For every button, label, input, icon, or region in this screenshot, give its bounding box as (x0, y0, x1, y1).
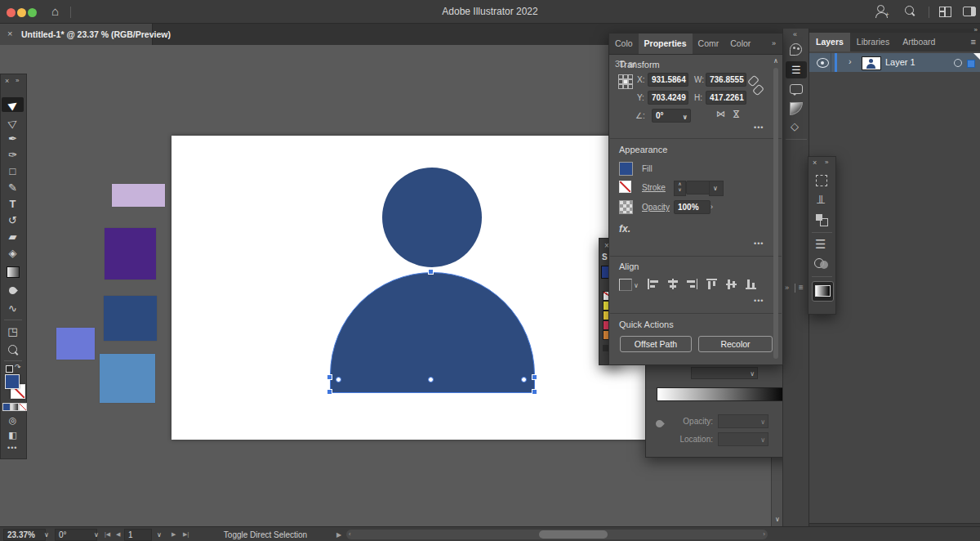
anchor-handle[interactable] (327, 374, 332, 380)
appearance-more-options[interactable]: ••• (754, 239, 764, 248)
fill-swatch[interactable] (619, 162, 633, 176)
panel-scrollbar-thumb[interactable] (773, 68, 778, 359)
comments-panel-icon[interactable] (790, 84, 803, 94)
w-input[interactable]: 736.8555 (706, 73, 746, 87)
align-bottom-icon[interactable] (746, 279, 758, 289)
align-left-icon[interactable] (648, 279, 660, 289)
gradient-eyedropper-icon[interactable] (654, 418, 665, 429)
zoom-tool[interactable] (2, 342, 24, 357)
x-input[interactable]: 931.5864 (648, 73, 688, 87)
close-panel-icon[interactable]: × (5, 77, 9, 85)
anchor-point[interactable] (428, 377, 434, 382)
shape-builder-tool[interactable]: ◈ (2, 246, 24, 261)
3d-materials-panel-icon[interactable]: ◇ (791, 120, 799, 132)
collapse-dock-icon[interactable]: « (793, 30, 797, 38)
stroke-label[interactable]: Stroke (642, 183, 666, 192)
tab-libraries[interactable]: Libraries (850, 33, 896, 51)
expand-dock-icon[interactable]: » (825, 159, 828, 166)
offset-path-button[interactable]: Offset Path (620, 336, 692, 352)
layer-row[interactable]: › Layer 1 (809, 53, 980, 72)
transform-more-options[interactable]: ••• (754, 123, 764, 132)
y-input[interactable]: 703.4249 (648, 91, 688, 105)
canvas-swatch-periwinkle[interactable] (56, 328, 95, 360)
layer-target-icon[interactable] (954, 59, 962, 67)
workspace-switcher-icon[interactable] (939, 7, 951, 17)
scroll-right-icon[interactable]: › (763, 530, 765, 538)
dock-menu-icon[interactable]: ≡ (799, 283, 804, 292)
rotation-select[interactable]: 0° (55, 529, 97, 541)
share-user-icon[interactable] (877, 5, 884, 12)
stroke-weight-input[interactable] (686, 181, 710, 194)
anchor-point[interactable] (521, 377, 527, 382)
artboard-number-input[interactable]: 1 (124, 529, 152, 541)
zoom-chevron-icon[interactable]: ∨ (44, 531, 49, 539)
status-expander-icon[interactable]: ▶ (336, 531, 341, 539)
rotation-chevron-icon[interactable]: ∨ (94, 531, 99, 539)
expand-panel-icon[interactable]: » (16, 77, 19, 84)
type-tool[interactable]: T (2, 197, 24, 212)
gradient-slider[interactable] (657, 387, 787, 401)
prev-artboard-icon[interactable]: ◀ (116, 531, 120, 538)
fill-color-swatch[interactable] (5, 374, 20, 389)
horizontal-scrollbar[interactable]: ‹ › (346, 530, 768, 539)
gradient-type-select[interactable]: ∨ (691, 367, 758, 379)
draw-mode-button[interactable]: ◎ (2, 413, 24, 427)
tab-layers[interactable]: Layers (809, 33, 850, 51)
gradient-location-select[interactable]: ∨ (718, 432, 768, 446)
canvas-swatch-purple[interactable] (105, 228, 156, 279)
recolor-button[interactable]: Recolor (698, 336, 773, 352)
transform-panel-icon[interactable] (816, 175, 827, 186)
scroll-left-icon[interactable]: ‹ (349, 530, 351, 538)
properties-panel-icon-active[interactable]: ☰ (786, 61, 807, 78)
anchor-handle[interactable] (327, 389, 332, 395)
tab-comments[interactable]: Comr (693, 34, 725, 54)
panel-menu-icon[interactable]: ≡ (971, 37, 976, 47)
stroke-weight-stepper[interactable]: ∧∨ (674, 181, 686, 196)
figure-head-shape[interactable] (382, 168, 482, 267)
tab-overflow-icon[interactable]: » (772, 39, 776, 47)
direct-selection-tool[interactable]: ▷ (2, 115, 24, 130)
link-dimensions-icon[interactable] (750, 76, 763, 97)
opacity-label[interactable]: Opacity (642, 203, 670, 212)
align-to-chevron-icon[interactable]: ∨ (634, 282, 639, 289)
stroke-swatch[interactable] (619, 181, 631, 193)
align-more-options[interactable]: ••• (754, 297, 764, 305)
opacity-expander-icon[interactable]: › (710, 203, 713, 211)
align-top-icon[interactable] (706, 279, 719, 289)
flip-horizontal-icon[interactable]: ⋈ (716, 109, 725, 119)
align-panel-icon[interactable]: ⊨ (814, 194, 827, 204)
gradient-panel-icon-active[interactable] (812, 281, 834, 302)
panel-toggle-icon[interactable] (963, 7, 976, 16)
canvas-swatch-lavender[interactable] (112, 184, 165, 207)
artboard-chevron-icon[interactable]: ∨ (157, 531, 162, 539)
default-colors-icon[interactable] (6, 365, 13, 373)
none-button[interactable] (19, 403, 27, 411)
paintbrush-tool[interactable]: ✎ (2, 181, 24, 195)
fill-label[interactable]: Fill (642, 164, 653, 173)
screen-mode-button[interactable]: ◧ (2, 427, 24, 442)
selection-tool[interactable]: ▶ (2, 97, 24, 112)
rectangle-tool[interactable]: □ (2, 164, 24, 179)
next-artboard-icon[interactable]: ▶ (172, 531, 176, 538)
expand-dock-icon[interactable]: » (785, 284, 789, 292)
eyedropper-tool[interactable] (2, 284, 24, 298)
close-document-icon[interactable]: × (7, 29, 12, 38)
color-button[interactable] (2, 403, 11, 411)
align-vertical-center-icon[interactable] (726, 279, 738, 289)
stroke-panel-icon[interactable]: ☰ (815, 237, 826, 252)
effects-fx-icon[interactable]: fx. (619, 223, 630, 235)
panel-scroll-up-icon[interactable]: ∧ (773, 57, 778, 65)
eraser-tool[interactable]: ▰ (2, 230, 24, 244)
rotate-select[interactable]: 0°∨ (652, 109, 691, 123)
layer-thumbnail[interactable] (862, 56, 881, 70)
stroke-weight-select[interactable]: ∨ (709, 181, 724, 196)
reference-point-locator[interactable] (618, 74, 633, 89)
opacity-input[interactable]: 100% (674, 200, 710, 214)
anchor-point[interactable] (336, 377, 341, 382)
search-icon[interactable] (905, 6, 914, 15)
layer-name[interactable]: Layer 1 (885, 57, 915, 67)
tab-color[interactable]: Colo (609, 34, 639, 54)
tab-artboards[interactable]: Artboard (896, 33, 942, 51)
pen-tool[interactable]: ✒ (2, 132, 24, 146)
h-input[interactable]: 417.2261 (706, 91, 746, 105)
